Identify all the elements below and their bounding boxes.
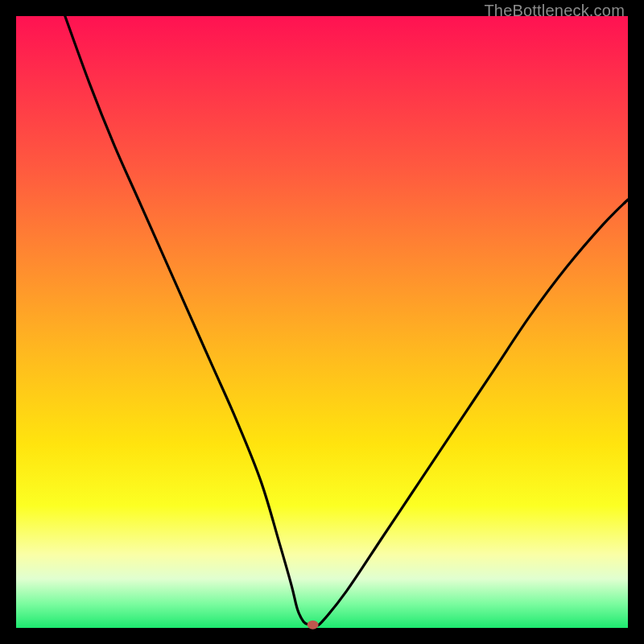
marker-dot — [308, 621, 319, 630]
bottleneck-curve — [65, 16, 628, 625]
chart-frame: TheBottleneck.com — [0, 0, 644, 644]
plot-area — [16, 16, 628, 628]
curve-svg — [16, 16, 628, 628]
